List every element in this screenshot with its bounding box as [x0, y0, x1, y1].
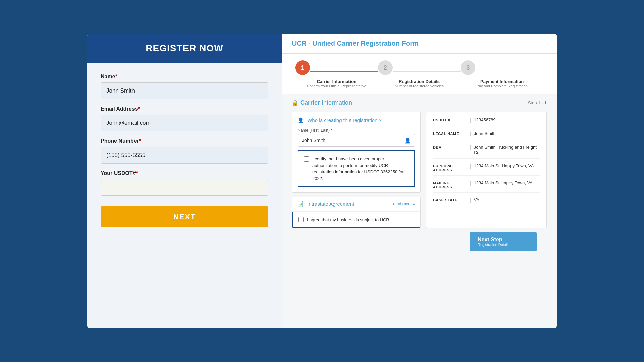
- info-label-dba: DBA: [433, 145, 470, 155]
- name-label: Name*: [101, 74, 268, 80]
- name-input-wrapper: 👤: [298, 134, 415, 147]
- step-1-title: Carrier Information: [307, 79, 366, 84]
- step-1-sub: Confirm Your Official Representative: [307, 84, 366, 88]
- intrastate-header: 📝 Intrastate Agreement read more »: [292, 197, 420, 212]
- step-indicator: Step 1 - 1: [528, 100, 547, 105]
- carrier-name-input[interactable]: [298, 134, 415, 147]
- step-2: 2 Registration Details Number of registe…: [378, 60, 461, 88]
- intrastate-agree: I agree that my business is subject to U…: [292, 212, 420, 228]
- next-button[interactable]: NEXT: [101, 206, 268, 227]
- email-required: *: [138, 106, 140, 112]
- ucr-title: UCR - Unified Carrier Registration Form: [292, 40, 547, 47]
- step-1-labels: Carrier Information Confirm Your Officia…: [307, 79, 366, 88]
- step-3: 3 Payment Information Pay and Complete R…: [461, 60, 543, 88]
- info-row-legalname: LEGAL NAME | John Smith: [433, 131, 540, 140]
- info-row-mailing: MAILING ADDRESS | 1234 Main St Happy Tow…: [433, 180, 540, 193]
- name-first-last-label: Name (First, Last) *: [298, 128, 415, 133]
- carrier-left: 👤 Who is creating this registration ? Na…: [292, 112, 421, 228]
- step-circle-2: 2: [378, 60, 393, 75]
- info-value-basestate: VA: [474, 197, 540, 203]
- who-card-highlight: registration: [353, 117, 377, 123]
- step-3-sub: Pay and Complete Registration: [477, 84, 528, 88]
- person-icon-input: 👤: [404, 137, 411, 144]
- ucr-title-highlight: Form: [402, 40, 419, 47]
- carrier-section: 🔒 Carrier Information Step 1 - 1 👤 Who i…: [282, 94, 557, 328]
- edit-icon: 📝: [298, 201, 304, 207]
- email-input[interactable]: [101, 115, 268, 131]
- stepper: 1 Carrier Information Confirm Your Offic…: [282, 54, 557, 94]
- phone-required: *: [139, 138, 141, 144]
- carrier-section-header: 🔒 Carrier Information Step 1 - 1: [292, 99, 547, 106]
- step-3-title: Payment Information: [477, 79, 528, 84]
- info-value-dba: John Smith Trucking and Freight Co.: [474, 145, 540, 155]
- name-group: Name*: [101, 74, 268, 99]
- person-icon: 👤: [298, 117, 304, 123]
- info-row-usdot: USDOT # | 123456789: [433, 117, 540, 126]
- info-row-dba: DBA | John Smith Trucking and Freight Co…: [433, 145, 540, 159]
- usdot-input[interactable]: [101, 179, 268, 196]
- left-panel: REGISTER NOW Name* Email Address* Phone …: [87, 34, 282, 328]
- right-panel: UCR - Unified Carrier Registration Form …: [282, 34, 557, 328]
- step-circle-1: 1: [295, 60, 310, 75]
- step-2-labels: Registration Details Number of registere…: [395, 79, 444, 88]
- email-label: Email Address*: [101, 106, 268, 112]
- lock-icon: 🔒: [292, 100, 299, 106]
- phone-label: Phone Number*: [101, 138, 268, 144]
- step-circle-3: 3: [461, 60, 475, 75]
- info-label-usdot: USDOT #: [433, 117, 470, 123]
- usdot-group: Your USDOT#*: [101, 170, 268, 196]
- step-connector-2: [393, 71, 461, 72]
- cert-box: I certify that I have been given proper …: [298, 150, 415, 187]
- info-label-legalname: LEGAL NAME: [433, 131, 470, 136]
- step-1: 1 Carrier Information Confirm Your Offic…: [295, 60, 378, 88]
- read-more-link[interactable]: read more »: [393, 202, 415, 206]
- info-label-basestate: BASE STATE: [433, 197, 470, 203]
- next-step-title: Next Step: [478, 237, 529, 243]
- info-label-mailing: MAILING ADDRESS: [433, 180, 470, 189]
- who-card-header: 👤 Who is creating this registration ?: [298, 117, 415, 123]
- email-group: Email Address*: [101, 106, 268, 131]
- info-row-principal: PRINCIPAL ADDRESS | 1234 Main St. Happy …: [433, 163, 540, 176]
- cert-text: I certify that I have been given proper …: [312, 156, 409, 182]
- intrastate-agree-label: I agree that my business is subject to U…: [307, 217, 390, 222]
- name-input-group: Name (First, Last) * 👤: [298, 128, 415, 147]
- info-value-legalname: John Smith: [474, 131, 540, 136]
- info-value-usdot: 123456789: [474, 117, 540, 123]
- step-3-labels: Payment Information Pay and Complete Reg…: [477, 79, 528, 88]
- phone-input[interactable]: [101, 147, 268, 164]
- intrastate-checkbox[interactable]: [298, 217, 304, 222]
- register-title: REGISTER NOW: [97, 43, 272, 54]
- intrastate-highlight: Agreement: [329, 201, 354, 207]
- step-2-sub: Number of registered vehicles: [395, 84, 444, 88]
- step-connector-1: [310, 71, 378, 72]
- name-input[interactable]: [101, 82, 268, 99]
- phone-group: Phone Number*: [101, 138, 268, 164]
- intrastate-card: 📝 Intrastate Agreement read more » I agr…: [292, 197, 421, 228]
- usdot-label: Your USDOT#*: [101, 170, 268, 176]
- main-container: REGISTER NOW Name* Email Address* Phone …: [87, 34, 557, 328]
- who-card: 👤 Who is creating this registration ? Na…: [292, 112, 421, 193]
- left-form: Name* Email Address* Phone Number* Your …: [87, 63, 282, 238]
- ucr-header: UCR - Unified Carrier Registration Form: [282, 34, 557, 54]
- info-label-principal: PRINCIPAL ADDRESS: [433, 163, 470, 172]
- step-2-title: Registration Details: [395, 79, 444, 84]
- next-step-sub: Registration Details: [478, 243, 529, 247]
- next-step-button[interactable]: Next Step Registration Details: [470, 232, 537, 251]
- cert-checkbox[interactable]: [304, 156, 309, 162]
- intrastate-title: 📝 Intrastate Agreement: [298, 201, 354, 207]
- usdot-required: *: [136, 170, 138, 176]
- name-required: *: [115, 74, 117, 79]
- info-value-principal: 1234 Main St. Happy Town, VA: [474, 163, 540, 172]
- carrier-section-title: 🔒 Carrier Information: [292, 99, 352, 106]
- register-header: REGISTER NOW: [87, 34, 282, 63]
- info-row-basestate: BASE STATE | VA: [433, 197, 540, 206]
- carrier-content: 👤 Who is creating this registration ? Na…: [292, 112, 547, 228]
- carrier-right: USDOT # | 123456789 LEGAL NAME | John Sm…: [426, 112, 547, 228]
- info-value-mailing: 1234 Main St Happy Town, VA: [474, 180, 540, 189]
